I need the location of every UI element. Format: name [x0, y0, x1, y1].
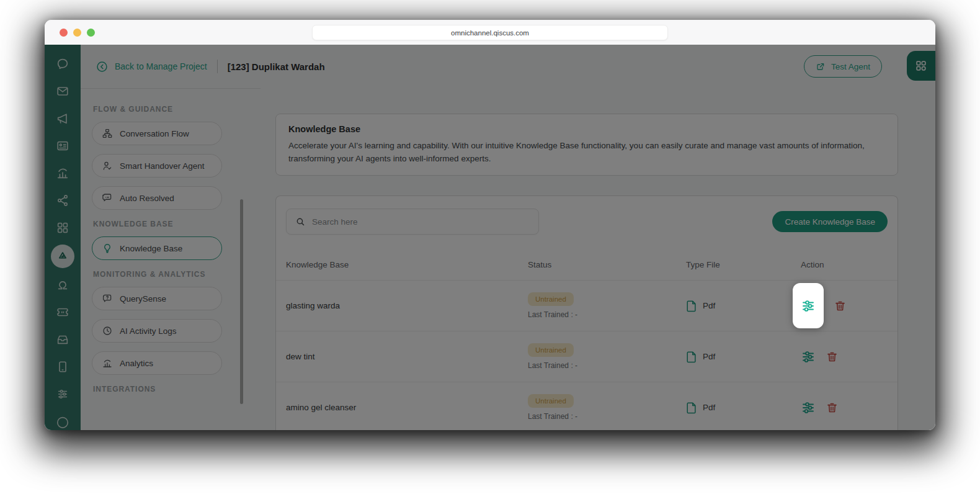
browser-window: omnichannel.qiscus.com [45, 20, 935, 430]
browser-chrome: omnichannel.qiscus.com [45, 20, 935, 45]
address-bar[interactable]: omnichannel.qiscus.com [312, 25, 668, 40]
app-viewport: Back to Manage Project [123] Duplikat Wa… [45, 45, 935, 430]
manage-knowledge-base-button-highlighted[interactable] [793, 283, 824, 328]
traffic-lights [60, 29, 95, 37]
screenshot-stage: omnichannel.qiscus.com [0, 0, 980, 499]
close-window-button[interactable] [60, 29, 68, 37]
sliders-icon [801, 299, 816, 313]
minimize-window-button[interactable] [73, 29, 81, 37]
zoom-window-button[interactable] [87, 29, 95, 37]
tour-dim-overlay[interactable] [45, 45, 935, 430]
url-text: omnichannel.qiscus.com [451, 29, 529, 37]
